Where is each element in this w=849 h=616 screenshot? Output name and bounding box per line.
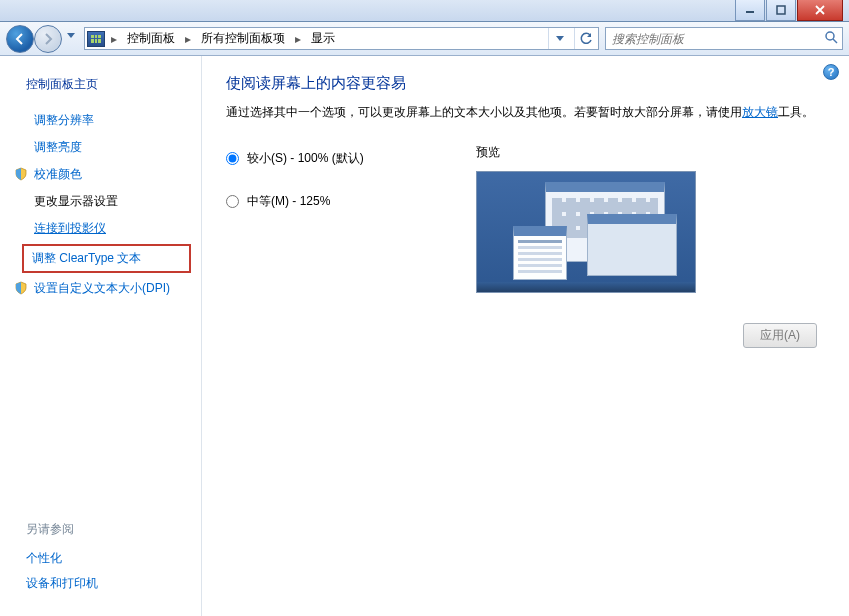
sidebar-item-cleartype[interactable]: 调整 ClearType 文本 [22,244,191,273]
shield-icon [14,167,28,181]
see-also-header: 另请参阅 [26,521,185,538]
sidebar-item-label: 更改显示器设置 [34,194,118,208]
radio-medium[interactable] [226,195,239,208]
nav-buttons [6,25,78,53]
sidebar-item-label: 调整分辨率 [34,113,94,127]
sidebar-item-brightness[interactable]: 调整亮度 [0,134,201,161]
control-panel-icon [87,31,105,47]
shield-icon [14,281,28,295]
help-icon[interactable]: ? [823,64,839,80]
main-panel: 使阅读屏幕上的内容更容易 通过选择其中一个选项，可以更改屏幕上的文本大小以及其他… [202,56,849,616]
search-icon[interactable] [824,30,838,47]
maximize-button[interactable] [766,0,796,21]
sidebar-item-label: 调整亮度 [34,140,82,154]
sidebar-item-projector[interactable]: 连接到投影仪 [0,215,201,242]
see-also-personalization[interactable]: 个性化 [26,546,185,571]
breadcrumb-control-panel[interactable]: 控制面板 [123,28,179,49]
control-panel-home-link[interactable]: 控制面板主页 [0,70,201,107]
magnifier-link[interactable]: 放大镜 [742,105,778,119]
forward-button[interactable] [34,25,62,53]
option-smaller[interactable]: 较小(S) - 100% (默认) [226,144,476,187]
window-titlebar [0,0,849,22]
see-also-section: 另请参阅 个性化 设备和打印机 [0,521,201,606]
page-title: 使阅读屏幕上的内容更容易 [226,74,825,93]
sidebar-item-label: 校准颜色 [34,167,82,181]
description-text-tail: 工具。 [778,105,814,119]
search-box[interactable] [605,27,843,50]
chevron-right-icon[interactable]: ▸ [183,32,193,46]
sidebar-item-label: 设置自定义文本大小(DPI) [34,281,170,295]
option-label: 较小(S) - 100% (默认) [247,150,364,167]
refresh-button[interactable] [574,28,596,49]
search-input[interactable] [610,31,824,47]
svg-point-2 [826,32,834,40]
close-button[interactable] [797,0,843,21]
sidebar-item-calibrate-color[interactable]: 校准颜色 [0,161,201,188]
preview-image [476,171,696,293]
address-bar[interactable]: ▸ 控制面板 ▸ 所有控制面板项 ▸ 显示 [84,27,599,50]
chevron-right-icon[interactable]: ▸ [109,32,119,46]
page-description: 通过选择其中一个选项，可以更改屏幕上的文本大小以及其他项。若要暂时放大部分屏幕，… [226,103,825,122]
chevron-right-icon[interactable]: ▸ [293,32,303,46]
breadcrumb-all-items[interactable]: 所有控制面板项 [197,28,289,49]
apply-button[interactable]: 应用(A) [743,323,817,348]
sidebar-item-resolution[interactable]: 调整分辨率 [0,107,201,134]
radio-smaller[interactable] [226,152,239,165]
sidebar-item-label: 连接到投影仪 [34,221,106,235]
svg-rect-1 [777,6,785,14]
size-options: 较小(S) - 100% (默认) 中等(M) - 125% [226,144,476,293]
sidebar-item-label: 调整 ClearType 文本 [32,251,141,265]
option-medium[interactable]: 中等(M) - 125% [226,187,476,230]
address-dropdown-icon[interactable] [548,28,570,49]
svg-rect-0 [746,11,754,13]
breadcrumb-display[interactable]: 显示 [307,28,339,49]
see-also-devices-printers[interactable]: 设备和打印机 [26,571,185,596]
nav-history-dropdown[interactable] [64,25,78,47]
sidebar-item-display-settings[interactable]: 更改显示器设置 [0,188,201,215]
preview-label: 预览 [476,144,825,161]
svg-line-3 [833,39,837,43]
content-area: ? 控制面板主页 调整分辨率 调整亮度 校准颜色 更改显示器设置 连接到投影仪 … [0,56,849,616]
option-label: 中等(M) - 125% [247,193,330,210]
minimize-button[interactable] [735,0,765,21]
sidebar: 控制面板主页 调整分辨率 调整亮度 校准颜色 更改显示器设置 连接到投影仪 调整… [0,56,202,616]
navigation-bar: ▸ 控制面板 ▸ 所有控制面板项 ▸ 显示 [0,22,849,56]
back-button[interactable] [6,25,34,53]
description-text: 通过选择其中一个选项，可以更改屏幕上的文本大小以及其他项。若要暂时放大部分屏幕，… [226,105,742,119]
sidebar-item-custom-dpi[interactable]: 设置自定义文本大小(DPI) [0,275,201,302]
